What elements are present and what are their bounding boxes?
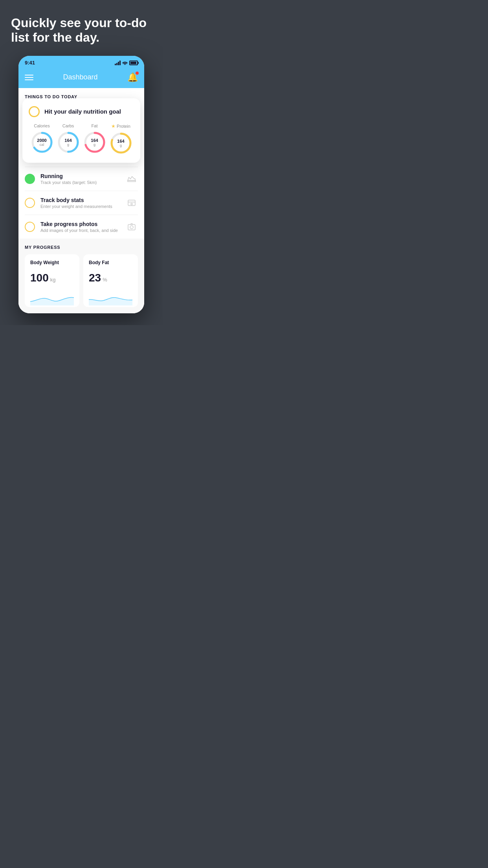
body-fat-value: 23 bbox=[89, 272, 101, 284]
nutrition-card: Hit your daily nutrition goal Calories bbox=[22, 98, 140, 163]
signal-icon bbox=[115, 61, 121, 65]
body-weight-chart bbox=[30, 290, 74, 305]
header-title: Dashboard bbox=[63, 73, 97, 81]
wifi-icon bbox=[122, 61, 128, 65]
battery-icon bbox=[129, 61, 138, 65]
nutrition-circle-check[interactable] bbox=[29, 106, 40, 117]
svg-point-10 bbox=[131, 203, 132, 205]
carbs-chart: 164 g bbox=[57, 131, 80, 154]
body-weight-value: 100 bbox=[30, 272, 49, 284]
calories-label: Calories bbox=[34, 123, 50, 128]
protein-chart: 164 g bbox=[109, 131, 133, 155]
carbs-label: Carbs bbox=[62, 123, 74, 128]
background-page: Quickly see your to-do list for the day.… bbox=[0, 0, 163, 325]
progress-section: MY PROGRESS Body Weight 100 kg bbox=[18, 239, 144, 313]
status-bar: 9:41 bbox=[18, 56, 144, 68]
photos-subtitle: Add images of your front, back, and side bbox=[40, 228, 120, 233]
running-subtitle: Track your stats (target: 5km) bbox=[40, 180, 120, 185]
photos-title: Take progress photos bbox=[40, 221, 120, 227]
body-fat-card[interactable]: Body Fat 23 % bbox=[83, 254, 138, 307]
carbs-value: 164 bbox=[64, 138, 72, 143]
my-progress-heading: MY PROGRESS bbox=[25, 245, 138, 250]
fat-label: Fat bbox=[92, 123, 98, 128]
photos-circle bbox=[25, 222, 35, 232]
track-body-subtitle: Enter your weight and measurements bbox=[40, 204, 120, 209]
body-fat-title: Body Fat bbox=[89, 260, 132, 265]
body-fat-unit: % bbox=[103, 277, 107, 283]
running-text: Running Track your stats (target: 5km) bbox=[40, 173, 120, 185]
body-fat-value-row: 23 % bbox=[89, 272, 132, 284]
todo-item-running[interactable]: Running Track your stats (target: 5km) bbox=[25, 167, 138, 191]
photos-text: Take progress photos Add images of your … bbox=[40, 221, 120, 233]
star-icon: ★ bbox=[111, 123, 116, 129]
stat-calories: Calories 2000 cal bbox=[30, 123, 54, 154]
protein-value: 164 bbox=[117, 139, 124, 143]
protein-label: ★ Protein bbox=[111, 123, 130, 129]
calories-chart: 2000 cal bbox=[30, 131, 54, 154]
scale-icon bbox=[125, 197, 138, 209]
fat-chart: 164 g bbox=[83, 131, 106, 154]
app-header: Dashboard 🔔 bbox=[18, 68, 144, 88]
nutrition-card-header: Hit your daily nutrition goal bbox=[29, 106, 134, 117]
track-body-title: Track body stats bbox=[40, 197, 120, 203]
photo-icon bbox=[125, 221, 138, 233]
body-weight-title: Body Weight bbox=[30, 260, 74, 265]
stat-protein: ★ Protein 164 g bbox=[109, 123, 133, 155]
svg-point-12 bbox=[130, 226, 133, 229]
fat-value: 164 bbox=[91, 138, 98, 143]
page-headline: Quickly see your to-do list for the day. bbox=[11, 16, 152, 45]
shoe-icon bbox=[125, 173, 138, 185]
nutrition-card-title: Hit your daily nutrition goal bbox=[44, 108, 121, 115]
status-time: 9:41 bbox=[25, 60, 35, 66]
running-circle bbox=[25, 174, 35, 184]
body-weight-unit: kg bbox=[50, 277, 56, 283]
track-body-text: Track body stats Enter your weight and m… bbox=[40, 197, 120, 209]
phone-mockup: 9:41 Dashboard 🔔 THI bbox=[18, 56, 144, 313]
content-area: THINGS TO DO TODAY Hit your daily nutrit… bbox=[18, 88, 144, 313]
track-body-circle bbox=[25, 198, 35, 208]
stat-fat: Fat 164 g bbox=[83, 123, 106, 154]
progress-cards: Body Weight 100 kg Body Fat bbox=[25, 254, 138, 307]
notification-dot bbox=[136, 72, 139, 75]
hamburger-menu[interactable] bbox=[25, 75, 33, 80]
todo-list: Running Track your stats (target: 5km) T… bbox=[18, 167, 144, 239]
stat-carbs: Carbs 164 g bbox=[57, 123, 80, 154]
body-fat-chart bbox=[89, 290, 132, 305]
body-weight-card[interactable]: Body Weight 100 kg bbox=[25, 254, 79, 307]
calories-value: 2000 bbox=[37, 138, 46, 143]
svg-rect-11 bbox=[128, 224, 135, 230]
notification-bell[interactable]: 🔔 bbox=[127, 72, 138, 83]
todo-item-track-body[interactable]: Track body stats Enter your weight and m… bbox=[25, 191, 138, 215]
status-icons bbox=[115, 61, 138, 65]
running-title: Running bbox=[40, 173, 120, 179]
body-weight-value-row: 100 kg bbox=[30, 272, 74, 284]
nutrition-stats: Calories 2000 cal bbox=[29, 123, 134, 155]
todo-item-photos[interactable]: Take progress photos Add images of your … bbox=[25, 215, 138, 239]
